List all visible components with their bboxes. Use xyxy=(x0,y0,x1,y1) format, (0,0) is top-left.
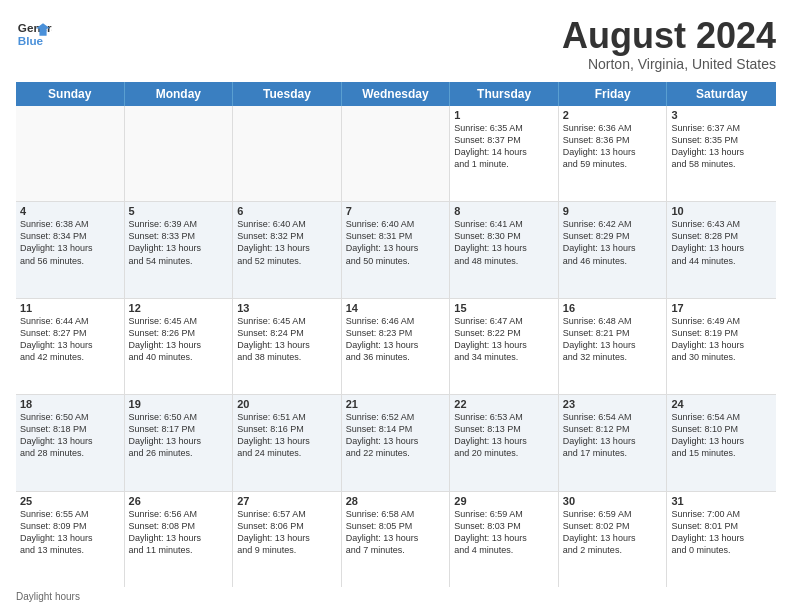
calendar-row-3: 11Sunrise: 6:44 AMSunset: 8:27 PMDayligh… xyxy=(16,299,776,395)
cell-info: Sunrise: 6:59 AMSunset: 8:02 PMDaylight:… xyxy=(563,508,663,557)
day-number: 7 xyxy=(346,205,446,217)
subtitle: Norton, Virginia, United States xyxy=(562,56,776,72)
day-of-week-friday: Friday xyxy=(559,82,668,106)
day-number: 31 xyxy=(671,495,772,507)
cell-info: Sunrise: 6:50 AMSunset: 8:17 PMDaylight:… xyxy=(129,411,229,460)
cell-info: Sunrise: 6:56 AMSunset: 8:08 PMDaylight:… xyxy=(129,508,229,557)
day-number: 21 xyxy=(346,398,446,410)
cell-info: Sunrise: 6:55 AMSunset: 8:09 PMDaylight:… xyxy=(20,508,120,557)
calendar: SundayMondayTuesdayWednesdayThursdayFrid… xyxy=(16,82,776,587)
cell-info: Sunrise: 6:47 AMSunset: 8:22 PMDaylight:… xyxy=(454,315,554,364)
day-number: 11 xyxy=(20,302,120,314)
cell-info: Sunrise: 6:52 AMSunset: 8:14 PMDaylight:… xyxy=(346,411,446,460)
calendar-cell: 27Sunrise: 6:57 AMSunset: 8:06 PMDayligh… xyxy=(233,492,342,587)
calendar-cell: 19Sunrise: 6:50 AMSunset: 8:17 PMDayligh… xyxy=(125,395,234,490)
calendar-cell: 17Sunrise: 6:49 AMSunset: 8:19 PMDayligh… xyxy=(667,299,776,394)
calendar-row-2: 4Sunrise: 6:38 AMSunset: 8:34 PMDaylight… xyxy=(16,202,776,298)
day-number: 20 xyxy=(237,398,337,410)
day-number: 1 xyxy=(454,109,554,121)
day-number: 4 xyxy=(20,205,120,217)
day-of-week-saturday: Saturday xyxy=(667,82,776,106)
cell-info: Sunrise: 6:49 AMSunset: 8:19 PMDaylight:… xyxy=(671,315,772,364)
day-number: 24 xyxy=(671,398,772,410)
day-number: 3 xyxy=(671,109,772,121)
cell-info: Sunrise: 7:00 AMSunset: 8:01 PMDaylight:… xyxy=(671,508,772,557)
cell-info: Sunrise: 6:53 AMSunset: 8:13 PMDaylight:… xyxy=(454,411,554,460)
calendar-cell: 8Sunrise: 6:41 AMSunset: 8:30 PMDaylight… xyxy=(450,202,559,297)
cell-info: Sunrise: 6:40 AMSunset: 8:32 PMDaylight:… xyxy=(237,218,337,267)
cell-info: Sunrise: 6:37 AMSunset: 8:35 PMDaylight:… xyxy=(671,122,772,171)
day-number: 10 xyxy=(671,205,772,217)
day-number: 15 xyxy=(454,302,554,314)
calendar-cell: 18Sunrise: 6:50 AMSunset: 8:18 PMDayligh… xyxy=(16,395,125,490)
calendar-cell: 23Sunrise: 6:54 AMSunset: 8:12 PMDayligh… xyxy=(559,395,668,490)
calendar-cell: 25Sunrise: 6:55 AMSunset: 8:09 PMDayligh… xyxy=(16,492,125,587)
day-number: 23 xyxy=(563,398,663,410)
cell-info: Sunrise: 6:54 AMSunset: 8:10 PMDaylight:… xyxy=(671,411,772,460)
calendar-cell: 24Sunrise: 6:54 AMSunset: 8:10 PMDayligh… xyxy=(667,395,776,490)
cell-info: Sunrise: 6:35 AMSunset: 8:37 PMDaylight:… xyxy=(454,122,554,171)
calendar-cell: 21Sunrise: 6:52 AMSunset: 8:14 PMDayligh… xyxy=(342,395,451,490)
calendar-cell: 12Sunrise: 6:45 AMSunset: 8:26 PMDayligh… xyxy=(125,299,234,394)
cell-info: Sunrise: 6:36 AMSunset: 8:36 PMDaylight:… xyxy=(563,122,663,171)
day-number: 9 xyxy=(563,205,663,217)
day-number: 28 xyxy=(346,495,446,507)
calendar-cell: 22Sunrise: 6:53 AMSunset: 8:13 PMDayligh… xyxy=(450,395,559,490)
day-of-week-wednesday: Wednesday xyxy=(342,82,451,106)
day-number: 22 xyxy=(454,398,554,410)
calendar-cell: 31Sunrise: 7:00 AMSunset: 8:01 PMDayligh… xyxy=(667,492,776,587)
cell-info: Sunrise: 6:57 AMSunset: 8:06 PMDaylight:… xyxy=(237,508,337,557)
logo-icon: General Blue xyxy=(16,16,52,52)
calendar-cell: 10Sunrise: 6:43 AMSunset: 8:28 PMDayligh… xyxy=(667,202,776,297)
day-number: 18 xyxy=(20,398,120,410)
calendar-row-1: 1Sunrise: 6:35 AMSunset: 8:37 PMDaylight… xyxy=(16,106,776,202)
cell-info: Sunrise: 6:54 AMSunset: 8:12 PMDaylight:… xyxy=(563,411,663,460)
day-number: 27 xyxy=(237,495,337,507)
day-number: 19 xyxy=(129,398,229,410)
header: General Blue August 2024 Norton, Virgini… xyxy=(16,16,776,72)
logo: General Blue xyxy=(16,16,52,52)
cell-info: Sunrise: 6:44 AMSunset: 8:27 PMDaylight:… xyxy=(20,315,120,364)
calendar-cell: 30Sunrise: 6:59 AMSunset: 8:02 PMDayligh… xyxy=(559,492,668,587)
calendar-cell: 5Sunrise: 6:39 AMSunset: 8:33 PMDaylight… xyxy=(125,202,234,297)
day-number: 6 xyxy=(237,205,337,217)
calendar-cell: 1Sunrise: 6:35 AMSunset: 8:37 PMDaylight… xyxy=(450,106,559,201)
cell-info: Sunrise: 6:42 AMSunset: 8:29 PMDaylight:… xyxy=(563,218,663,267)
cell-info: Sunrise: 6:45 AMSunset: 8:24 PMDaylight:… xyxy=(237,315,337,364)
day-number: 5 xyxy=(129,205,229,217)
title-block: August 2024 Norton, Virginia, United Sta… xyxy=(562,16,776,72)
calendar-cell: 16Sunrise: 6:48 AMSunset: 8:21 PMDayligh… xyxy=(559,299,668,394)
cell-info: Sunrise: 6:58 AMSunset: 8:05 PMDaylight:… xyxy=(346,508,446,557)
calendar-cell: 20Sunrise: 6:51 AMSunset: 8:16 PMDayligh… xyxy=(233,395,342,490)
calendar-cell: 6Sunrise: 6:40 AMSunset: 8:32 PMDaylight… xyxy=(233,202,342,297)
cell-info: Sunrise: 6:40 AMSunset: 8:31 PMDaylight:… xyxy=(346,218,446,267)
cell-info: Sunrise: 6:48 AMSunset: 8:21 PMDaylight:… xyxy=(563,315,663,364)
calendar-cell xyxy=(233,106,342,201)
day-number: 26 xyxy=(129,495,229,507)
calendar-cell: 15Sunrise: 6:47 AMSunset: 8:22 PMDayligh… xyxy=(450,299,559,394)
calendar-cell: 28Sunrise: 6:58 AMSunset: 8:05 PMDayligh… xyxy=(342,492,451,587)
day-number: 29 xyxy=(454,495,554,507)
day-number: 16 xyxy=(563,302,663,314)
cell-info: Sunrise: 6:59 AMSunset: 8:03 PMDaylight:… xyxy=(454,508,554,557)
calendar-cell: 26Sunrise: 6:56 AMSunset: 8:08 PMDayligh… xyxy=(125,492,234,587)
calendar-cell: 3Sunrise: 6:37 AMSunset: 8:35 PMDaylight… xyxy=(667,106,776,201)
footer-note: Daylight hours xyxy=(16,591,776,602)
day-of-week-thursday: Thursday xyxy=(450,82,559,106)
day-number: 13 xyxy=(237,302,337,314)
calendar-cell xyxy=(16,106,125,201)
calendar-cell: 4Sunrise: 6:38 AMSunset: 8:34 PMDaylight… xyxy=(16,202,125,297)
calendar-cell: 14Sunrise: 6:46 AMSunset: 8:23 PMDayligh… xyxy=(342,299,451,394)
day-number: 14 xyxy=(346,302,446,314)
cell-info: Sunrise: 6:38 AMSunset: 8:34 PMDaylight:… xyxy=(20,218,120,267)
day-of-week-tuesday: Tuesday xyxy=(233,82,342,106)
day-of-week-sunday: Sunday xyxy=(16,82,125,106)
day-of-week-monday: Monday xyxy=(125,82,234,106)
day-number: 25 xyxy=(20,495,120,507)
main-title: August 2024 xyxy=(562,16,776,56)
cell-info: Sunrise: 6:39 AMSunset: 8:33 PMDaylight:… xyxy=(129,218,229,267)
calendar-cell xyxy=(342,106,451,201)
day-number: 17 xyxy=(671,302,772,314)
cell-info: Sunrise: 6:41 AMSunset: 8:30 PMDaylight:… xyxy=(454,218,554,267)
day-number: 30 xyxy=(563,495,663,507)
